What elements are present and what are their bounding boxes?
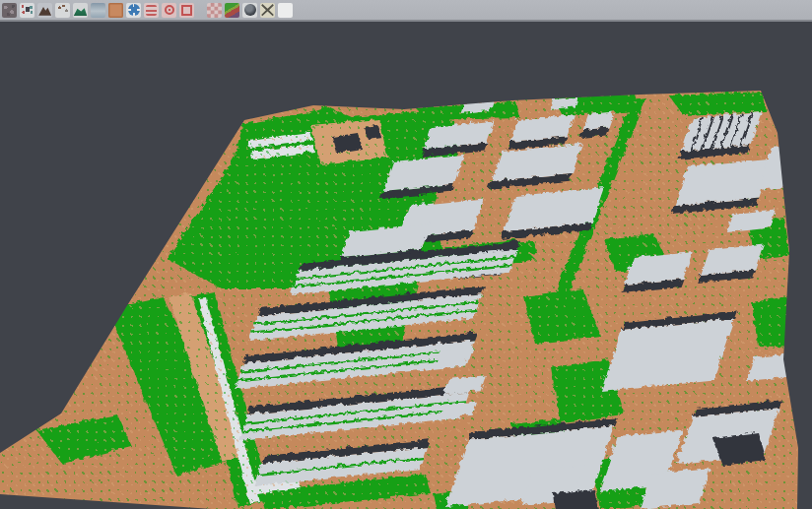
red-layers-icon[interactable]: [144, 3, 159, 18]
crop-brackets-icon[interactable]: [179, 3, 194, 18]
classification-map-icon[interactable]: [225, 3, 239, 18]
viewport-canvas[interactable]: [0, 0, 812, 509]
dem-orange-icon[interactable]: [108, 3, 123, 18]
terrain-hill-icon[interactable]: [73, 3, 88, 18]
cross-filter-icon[interactable]: [260, 3, 275, 18]
wall-gradient-icon[interactable]: [91, 3, 105, 18]
dark-pointcloud-icon[interactable]: [2, 3, 17, 18]
toolbar-icons: [0, 3, 293, 18]
app-window: { "toolbar": { "bg": "#b5b8be", "icons":…: [0, 0, 812, 509]
striped-flag-icon[interactable]: [278, 3, 293, 18]
dark-sphere-icon[interactable]: [242, 3, 257, 18]
target-icon[interactable]: [162, 3, 176, 18]
sparse-points-icon[interactable]: [55, 3, 70, 18]
viewport-3d[interactable]: [0, 22, 812, 509]
checker-subsample-icon[interactable]: [207, 3, 222, 18]
pointcloud: [0, 59, 812, 509]
globe-icon[interactable]: [126, 3, 141, 18]
toolbar: [0, 0, 812, 22]
point-pairs-icon[interactable]: [20, 3, 34, 18]
mountain-icon[interactable]: [37, 3, 52, 18]
